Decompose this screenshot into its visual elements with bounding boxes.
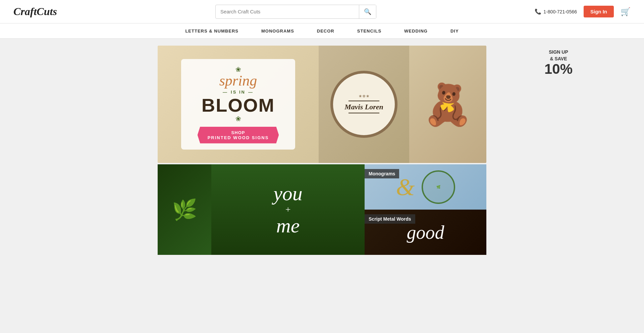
plus-text: + <box>285 205 291 215</box>
header-right: 📞 1-800-721-0566 Sign In 🛒 <box>535 6 631 17</box>
flower-icon-right: ❀ <box>235 115 241 123</box>
sign-divider-top <box>348 101 379 101</box>
leaf-panel: 🌿 <box>158 164 211 255</box>
shop-banner[interactable]: SHOP PRINTED WOOD SIGNS <box>198 127 279 144</box>
you-text: you <box>273 182 303 205</box>
cards-right: Monograms & 🌿 Script Metal Words good <box>365 164 486 255</box>
shop-line2: PRINTED WOOD SIGNS <box>208 135 269 140</box>
bloom-text: BLOOM <box>202 96 275 115</box>
spring-bloom-panel: ❀ spring IS IN BLOOM ❀ SHOP PRINTED WOOD… <box>158 46 319 163</box>
nav-item-wedding[interactable]: WEDDING <box>403 29 429 34</box>
floral-decoration: ❀ ✿ ❀ <box>344 94 383 98</box>
hero-banner[interactable]: ❀ spring IS IN BLOOM ❀ SHOP PRINTED WOOD… <box>158 46 486 163</box>
site-header: CraftCuts 🔍 📞 1-800-721-0566 Sign In 🛒 <box>0 0 644 23</box>
wreath-icon: 🌿 <box>436 185 440 189</box>
signup-save-percent: 10% <box>530 62 587 76</box>
main-nav: LETTERS & NUMBERS MONOGRAMS DECOR STENCI… <box>0 23 644 39</box>
hero-container: SIGN UP & SAVE 10% ❀ spring IS IN BLOOM … <box>121 46 523 163</box>
sign-divider-bottom <box>348 113 379 113</box>
wedding-decor-card[interactable]: Wedding Decor 🌿 you + me <box>158 164 365 255</box>
wedding-content: 🌿 you + me <box>158 164 365 255</box>
flower-icon-left: ❀ <box>235 65 241 73</box>
round-sign-panel: ❀ ✿ ❀ Mavis Loren <box>319 46 409 163</box>
round-sign: ❀ ✿ ❀ Mavis Loren <box>330 71 397 138</box>
spring-card: ❀ spring IS IN BLOOM ❀ SHOP PRINTED WOOD… <box>181 59 295 150</box>
signin-button[interactable]: Sign In <box>584 6 614 17</box>
flowers-top: ❀ <box>235 65 241 73</box>
script-metal-card[interactable]: Script Metal Words good <box>365 210 486 255</box>
cart-icon[interactable]: 🛒 <box>621 7 631 16</box>
round-sign-inner: ❀ ✿ ❀ Mavis Loren <box>344 94 383 115</box>
script-metal-label: Script Metal Words <box>365 214 415 224</box>
monograms-card[interactable]: Monograms & 🌿 <box>365 164 486 210</box>
nav-item-stencils[interactable]: STENCILS <box>356 29 383 34</box>
signup-save-widget[interactable]: SIGN UP & SAVE 10% <box>530 49 587 76</box>
nav-item-monograms[interactable]: MONOGRAMS <box>260 29 296 34</box>
signup-save-line1: SIGN UP <box>530 49 587 56</box>
good-text: good <box>407 222 444 243</box>
phone-icon: 📞 <box>535 8 541 15</box>
bottom-cards: Wedding Decor 🌿 you + me Monograms & <box>158 164 486 255</box>
nav-item-letters[interactable]: LETTERS & NUMBERS <box>184 29 240 34</box>
me-text: me <box>276 215 300 237</box>
phone-number: 📞 1-800-721-0566 <box>535 8 577 15</box>
flowers-bottom: ❀ <box>235 115 241 123</box>
monograms-label: Monograms <box>365 169 399 178</box>
search-bar: 🔍 <box>215 5 376 19</box>
site-logo[interactable]: CraftCuts <box>13 5 57 18</box>
main-content: SIGN UP & SAVE 10% ❀ spring IS IN BLOOM … <box>0 39 644 262</box>
nav-item-diy[interactable]: DIY <box>449 29 460 34</box>
wreath-circle: 🌿 <box>422 170 455 204</box>
shop-line1: SHOP <box>208 130 269 135</box>
phone-text: 1-800-721-0566 <box>543 9 577 14</box>
you-me-content: you + me <box>211 182 365 237</box>
search-button[interactable]: 🔍 <box>359 5 376 18</box>
teddy-bear-icon: 🧸 <box>423 84 473 124</box>
sign-name: Mavis Loren <box>344 103 383 111</box>
monogram-content: & 🌿 <box>396 170 455 204</box>
search-input[interactable] <box>216 9 359 14</box>
nav-item-decor[interactable]: DECOR <box>316 29 336 34</box>
teddy-bear-panel: 🧸 <box>409 46 486 163</box>
monogram-letter: & <box>396 175 415 199</box>
leaf-icon: 🌿 <box>172 198 197 222</box>
spring-text: spring <box>219 73 257 88</box>
is-in-text: IS IN <box>223 90 254 95</box>
